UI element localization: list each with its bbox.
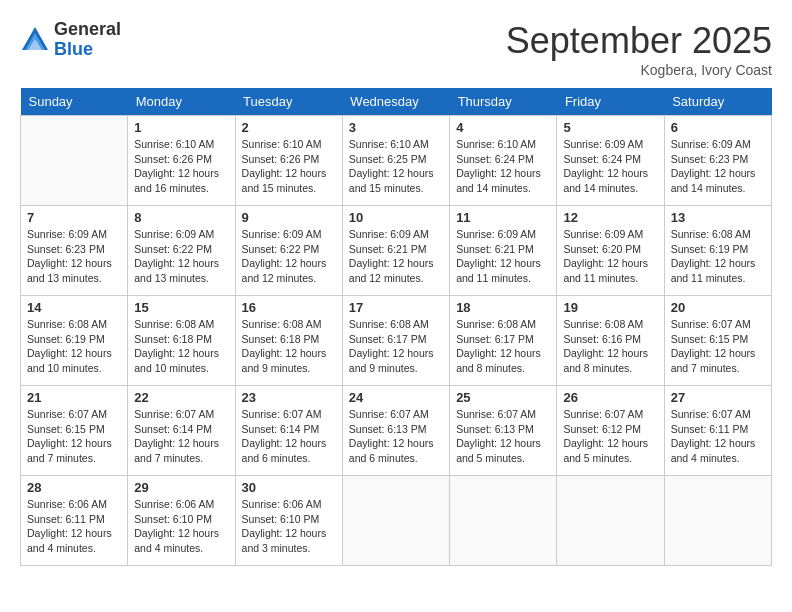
day-info: Sunrise: 6:07 AM Sunset: 6:11 PM Dayligh… bbox=[671, 407, 765, 466]
calendar-table: SundayMondayTuesdayWednesdayThursdayFrid… bbox=[20, 88, 772, 566]
day-info: Sunrise: 6:07 AM Sunset: 6:14 PM Dayligh… bbox=[242, 407, 336, 466]
day-number: 22 bbox=[134, 390, 228, 405]
day-of-week-header: Friday bbox=[557, 88, 664, 116]
day-info: Sunrise: 6:09 AM Sunset: 6:22 PM Dayligh… bbox=[242, 227, 336, 286]
day-info: Sunrise: 6:08 AM Sunset: 6:17 PM Dayligh… bbox=[456, 317, 550, 376]
day-number: 18 bbox=[456, 300, 550, 315]
calendar-cell: 1Sunrise: 6:10 AM Sunset: 6:26 PM Daylig… bbox=[128, 116, 235, 206]
day-info: Sunrise: 6:06 AM Sunset: 6:10 PM Dayligh… bbox=[242, 497, 336, 556]
day-info: Sunrise: 6:08 AM Sunset: 6:19 PM Dayligh… bbox=[27, 317, 121, 376]
calendar-cell bbox=[664, 476, 771, 566]
day-number: 16 bbox=[242, 300, 336, 315]
day-number: 29 bbox=[134, 480, 228, 495]
day-info: Sunrise: 6:10 AM Sunset: 6:26 PM Dayligh… bbox=[134, 137, 228, 196]
day-info: Sunrise: 6:10 AM Sunset: 6:26 PM Dayligh… bbox=[242, 137, 336, 196]
day-info: Sunrise: 6:09 AM Sunset: 6:23 PM Dayligh… bbox=[671, 137, 765, 196]
day-number: 2 bbox=[242, 120, 336, 135]
logo-blue: Blue bbox=[54, 40, 121, 60]
calendar-cell: 28Sunrise: 6:06 AM Sunset: 6:11 PM Dayli… bbox=[21, 476, 128, 566]
calendar-cell: 25Sunrise: 6:07 AM Sunset: 6:13 PM Dayli… bbox=[450, 386, 557, 476]
day-info: Sunrise: 6:09 AM Sunset: 6:23 PM Dayligh… bbox=[27, 227, 121, 286]
day-info: Sunrise: 6:07 AM Sunset: 6:12 PM Dayligh… bbox=[563, 407, 657, 466]
day-number: 1 bbox=[134, 120, 228, 135]
day-info: Sunrise: 6:07 AM Sunset: 6:13 PM Dayligh… bbox=[456, 407, 550, 466]
calendar-cell: 21Sunrise: 6:07 AM Sunset: 6:15 PM Dayli… bbox=[21, 386, 128, 476]
calendar-cell: 11Sunrise: 6:09 AM Sunset: 6:21 PM Dayli… bbox=[450, 206, 557, 296]
day-info: Sunrise: 6:08 AM Sunset: 6:18 PM Dayligh… bbox=[134, 317, 228, 376]
page-header: General Blue September 2025 Kogbera, Ivo… bbox=[20, 20, 772, 78]
calendar-cell: 3Sunrise: 6:10 AM Sunset: 6:25 PM Daylig… bbox=[342, 116, 449, 206]
calendar-cell bbox=[342, 476, 449, 566]
day-number: 5 bbox=[563, 120, 657, 135]
day-info: Sunrise: 6:10 AM Sunset: 6:25 PM Dayligh… bbox=[349, 137, 443, 196]
calendar-header-row: SundayMondayTuesdayWednesdayThursdayFrid… bbox=[21, 88, 772, 116]
day-info: Sunrise: 6:07 AM Sunset: 6:15 PM Dayligh… bbox=[27, 407, 121, 466]
calendar-cell: 26Sunrise: 6:07 AM Sunset: 6:12 PM Dayli… bbox=[557, 386, 664, 476]
day-number: 12 bbox=[563, 210, 657, 225]
calendar-cell: 5Sunrise: 6:09 AM Sunset: 6:24 PM Daylig… bbox=[557, 116, 664, 206]
day-of-week-header: Wednesday bbox=[342, 88, 449, 116]
day-of-week-header: Saturday bbox=[664, 88, 771, 116]
day-info: Sunrise: 6:09 AM Sunset: 6:24 PM Dayligh… bbox=[563, 137, 657, 196]
day-number: 4 bbox=[456, 120, 550, 135]
day-info: Sunrise: 6:08 AM Sunset: 6:19 PM Dayligh… bbox=[671, 227, 765, 286]
calendar-cell: 10Sunrise: 6:09 AM Sunset: 6:21 PM Dayli… bbox=[342, 206, 449, 296]
calendar-cell: 8Sunrise: 6:09 AM Sunset: 6:22 PM Daylig… bbox=[128, 206, 235, 296]
day-info: Sunrise: 6:08 AM Sunset: 6:17 PM Dayligh… bbox=[349, 317, 443, 376]
calendar-cell: 15Sunrise: 6:08 AM Sunset: 6:18 PM Dayli… bbox=[128, 296, 235, 386]
day-number: 21 bbox=[27, 390, 121, 405]
day-number: 8 bbox=[134, 210, 228, 225]
calendar-cell: 23Sunrise: 6:07 AM Sunset: 6:14 PM Dayli… bbox=[235, 386, 342, 476]
title-block: September 2025 Kogbera, Ivory Coast bbox=[506, 20, 772, 78]
calendar-cell: 27Sunrise: 6:07 AM Sunset: 6:11 PM Dayli… bbox=[664, 386, 771, 476]
day-number: 25 bbox=[456, 390, 550, 405]
calendar-cell: 18Sunrise: 6:08 AM Sunset: 6:17 PM Dayli… bbox=[450, 296, 557, 386]
day-number: 14 bbox=[27, 300, 121, 315]
day-number: 26 bbox=[563, 390, 657, 405]
calendar-cell: 7Sunrise: 6:09 AM Sunset: 6:23 PM Daylig… bbox=[21, 206, 128, 296]
logo-text: General Blue bbox=[54, 20, 121, 60]
calendar-cell: 17Sunrise: 6:08 AM Sunset: 6:17 PM Dayli… bbox=[342, 296, 449, 386]
calendar-cell: 22Sunrise: 6:07 AM Sunset: 6:14 PM Dayli… bbox=[128, 386, 235, 476]
day-info: Sunrise: 6:09 AM Sunset: 6:22 PM Dayligh… bbox=[134, 227, 228, 286]
month-title: September 2025 bbox=[506, 20, 772, 62]
day-number: 20 bbox=[671, 300, 765, 315]
day-info: Sunrise: 6:09 AM Sunset: 6:21 PM Dayligh… bbox=[349, 227, 443, 286]
calendar-cell bbox=[557, 476, 664, 566]
day-number: 27 bbox=[671, 390, 765, 405]
calendar-cell: 9Sunrise: 6:09 AM Sunset: 6:22 PM Daylig… bbox=[235, 206, 342, 296]
day-number: 17 bbox=[349, 300, 443, 315]
calendar-cell: 19Sunrise: 6:08 AM Sunset: 6:16 PM Dayli… bbox=[557, 296, 664, 386]
calendar-cell bbox=[21, 116, 128, 206]
logo-general: General bbox=[54, 20, 121, 40]
calendar-cell: 12Sunrise: 6:09 AM Sunset: 6:20 PM Dayli… bbox=[557, 206, 664, 296]
day-number: 19 bbox=[563, 300, 657, 315]
calendar-cell: 16Sunrise: 6:08 AM Sunset: 6:18 PM Dayli… bbox=[235, 296, 342, 386]
calendar-week-row: 28Sunrise: 6:06 AM Sunset: 6:11 PM Dayli… bbox=[21, 476, 772, 566]
calendar-week-row: 14Sunrise: 6:08 AM Sunset: 6:19 PM Dayli… bbox=[21, 296, 772, 386]
day-info: Sunrise: 6:07 AM Sunset: 6:13 PM Dayligh… bbox=[349, 407, 443, 466]
calendar-week-row: 1Sunrise: 6:10 AM Sunset: 6:26 PM Daylig… bbox=[21, 116, 772, 206]
day-info: Sunrise: 6:06 AM Sunset: 6:10 PM Dayligh… bbox=[134, 497, 228, 556]
day-info: Sunrise: 6:08 AM Sunset: 6:18 PM Dayligh… bbox=[242, 317, 336, 376]
day-number: 11 bbox=[456, 210, 550, 225]
day-number: 3 bbox=[349, 120, 443, 135]
calendar-cell: 14Sunrise: 6:08 AM Sunset: 6:19 PM Dayli… bbox=[21, 296, 128, 386]
day-number: 23 bbox=[242, 390, 336, 405]
day-number: 24 bbox=[349, 390, 443, 405]
calendar-week-row: 7Sunrise: 6:09 AM Sunset: 6:23 PM Daylig… bbox=[21, 206, 772, 296]
day-info: Sunrise: 6:09 AM Sunset: 6:21 PM Dayligh… bbox=[456, 227, 550, 286]
day-of-week-header: Thursday bbox=[450, 88, 557, 116]
day-number: 7 bbox=[27, 210, 121, 225]
calendar-cell: 4Sunrise: 6:10 AM Sunset: 6:24 PM Daylig… bbox=[450, 116, 557, 206]
logo-icon bbox=[20, 25, 50, 55]
day-number: 15 bbox=[134, 300, 228, 315]
location: Kogbera, Ivory Coast bbox=[506, 62, 772, 78]
day-info: Sunrise: 6:09 AM Sunset: 6:20 PM Dayligh… bbox=[563, 227, 657, 286]
day-info: Sunrise: 6:10 AM Sunset: 6:24 PM Dayligh… bbox=[456, 137, 550, 196]
calendar-cell: 6Sunrise: 6:09 AM Sunset: 6:23 PM Daylig… bbox=[664, 116, 771, 206]
day-number: 30 bbox=[242, 480, 336, 495]
calendar-week-row: 21Sunrise: 6:07 AM Sunset: 6:15 PM Dayli… bbox=[21, 386, 772, 476]
day-of-week-header: Sunday bbox=[21, 88, 128, 116]
calendar-cell: 20Sunrise: 6:07 AM Sunset: 6:15 PM Dayli… bbox=[664, 296, 771, 386]
